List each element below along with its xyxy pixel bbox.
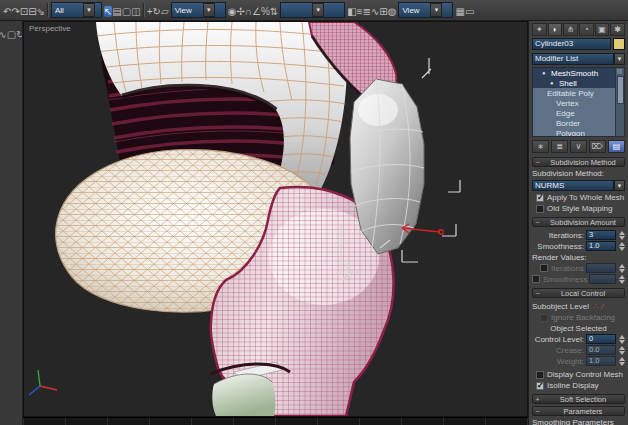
checkbox-unchecked[interactable] xyxy=(536,205,544,213)
vertex-subobject-icon[interactable]: ∴ xyxy=(593,302,598,311)
left-toolbar-icon[interactable]: ∿ xyxy=(0,29,7,40)
left-toolbar-icon[interactable]: ↻ xyxy=(16,29,23,40)
spinner-arrows[interactable] xyxy=(618,231,625,240)
render-smoothness-field[interactable] xyxy=(589,274,616,284)
layer-manager-icon[interactable]: ≣ xyxy=(363,6,371,17)
bulb-icon[interactable]: ● xyxy=(542,68,549,78)
configure-modifier-sets-button[interactable]: ▤ xyxy=(608,140,625,153)
spinner-snap-icon[interactable]: ⇅ xyxy=(270,6,278,17)
selection-filter-dropdown[interactable]: All ▼ xyxy=(51,2,102,18)
hierarchy-tab[interactable]: ⋔ xyxy=(563,23,578,36)
rollout-soft-selection[interactable]: + Soft Selection xyxy=(532,394,625,404)
schematic-view-icon[interactable]: ⊞ xyxy=(379,6,387,17)
old-style-mapping-checkbox[interactable]: Old Style Mapping xyxy=(532,204,625,213)
stack-item-border[interactable]: Border xyxy=(533,118,616,128)
stack-item-polygon[interactable]: Polygon xyxy=(533,128,616,137)
spinner-arrows[interactable] xyxy=(618,357,625,366)
chevron-down-icon[interactable]: ▼ xyxy=(430,3,442,17)
rect-region-icon[interactable]: ▢ xyxy=(122,6,131,17)
object-color-swatch[interactable] xyxy=(613,38,625,50)
checkbox-checked[interactable] xyxy=(536,382,544,390)
spinner-arrows[interactable] xyxy=(618,264,625,273)
rollout-parameters[interactable]: − Parameters xyxy=(532,406,625,416)
pin-stack-button[interactable]: ∗ xyxy=(532,140,549,153)
chevron-down-icon[interactable]: ▼ xyxy=(614,53,625,65)
perspective-viewport[interactable]: Perspective xyxy=(23,21,528,417)
named-selection-dropdown[interactable]: ▼ xyxy=(280,2,345,18)
bulb-icon[interactable]: ● xyxy=(550,78,557,88)
iterations-field[interactable]: 3 xyxy=(586,230,616,240)
percent-snap-icon[interactable]: % xyxy=(261,6,270,17)
modifier-list-dropdown[interactable]: Modifier List ▼ xyxy=(532,53,625,65)
render-iterations-checkbox[interactable] xyxy=(540,264,548,272)
select-link-icon[interactable]: ⊡ xyxy=(20,6,28,17)
chevron-down-icon[interactable]: ▼ xyxy=(614,180,625,191)
bind-spacewarp-icon[interactable]: ⇘ xyxy=(37,6,45,17)
chevron-down-icon[interactable]: ▼ xyxy=(203,3,215,17)
crease-field[interactable]: 0.0 xyxy=(586,345,616,355)
stack-item-editable-poly[interactable]: Editable Poly xyxy=(533,88,616,98)
isoline-display-checkbox[interactable]: Isoline Display xyxy=(532,381,625,390)
expand-icon[interactable]: + xyxy=(533,396,542,403)
collapse-icon[interactable]: − xyxy=(533,159,542,166)
viewport-canvas[interactable] xyxy=(24,22,527,416)
create-tab[interactable]: ✦ xyxy=(532,23,547,36)
mesh-shield[interactable] xyxy=(350,79,424,254)
select-scale-icon[interactable]: ▱ xyxy=(161,6,169,17)
stack-item-vertex[interactable]: Vertex xyxy=(533,98,616,108)
checkbox-unchecked[interactable] xyxy=(540,314,548,322)
show-end-result-button[interactable]: ≣ xyxy=(551,140,568,153)
display-tab[interactable]: ▣ xyxy=(595,23,610,36)
collapse-icon[interactable]: − xyxy=(533,290,542,297)
edge-subobject-icon[interactable]: ∕ xyxy=(602,302,603,311)
subdivision-method-dropdown[interactable]: NURMS ▼ xyxy=(532,180,625,191)
angle-snap-icon[interactable]: ∠ xyxy=(252,6,261,17)
apply-whole-mesh-checkbox[interactable]: Apply To Whole Mesh xyxy=(532,193,625,202)
smoothness-field[interactable]: 1.0 xyxy=(586,241,616,251)
left-toolbar-icon[interactable]: ▢ xyxy=(7,29,16,40)
rollout-local-control[interactable]: − Local Control xyxy=(532,288,625,298)
collapse-icon[interactable]: − xyxy=(533,408,542,415)
render-frame-icon[interactable]: ▭ xyxy=(465,6,474,17)
spinner-arrows[interactable] xyxy=(618,275,625,284)
coordinate-system-dropdown[interactable]: View ▼ xyxy=(171,2,226,18)
spinner-arrows[interactable] xyxy=(618,346,625,355)
render-setup-icon[interactable]: ▦ xyxy=(455,6,464,17)
spinner-arrows[interactable] xyxy=(618,335,625,344)
material-editor-icon[interactable]: ◍ xyxy=(388,6,397,17)
motion-tab[interactable]: ◔ xyxy=(579,23,594,36)
render-smoothness-checkbox[interactable] xyxy=(532,275,540,283)
checkbox-unchecked[interactable] xyxy=(536,371,544,379)
track-bar[interactable] xyxy=(23,417,528,425)
mirror-icon[interactable]: ◧ xyxy=(347,6,356,17)
rollout-subdivision-method[interactable]: − Subdivision Method xyxy=(532,157,625,167)
viewport-label[interactable]: Perspective xyxy=(29,24,71,33)
rollout-subdivision-amount[interactable]: − Subdivision Amount xyxy=(532,217,625,227)
checkbox-checked[interactable] xyxy=(536,194,544,202)
modify-tab[interactable]: ◗ xyxy=(548,23,563,36)
stack-item-edge[interactable]: Edge xyxy=(533,108,616,118)
make-unique-button[interactable]: ∨ xyxy=(570,140,587,153)
weight-field[interactable]: 1.0 xyxy=(586,356,616,366)
remove-modifier-button[interactable]: ⌦ xyxy=(589,140,606,153)
chevron-down-icon[interactable]: ▼ xyxy=(312,3,324,17)
render-iterations-field[interactable] xyxy=(586,263,616,273)
mesh-ankle[interactable] xyxy=(212,374,275,416)
object-name-field[interactable]: Cylinder03 xyxy=(532,38,611,50)
select-manipulate-icon[interactable]: ✢ xyxy=(236,6,244,17)
unlink-icon[interactable]: ⊟ xyxy=(28,6,36,17)
stack-item-meshsmooth[interactable]: ● MeshSmooth xyxy=(533,68,616,78)
select-rotate-icon[interactable]: ↻ xyxy=(153,6,161,17)
spinner-arrows[interactable] xyxy=(618,242,625,251)
stack-item-shell[interactable]: ● Shell xyxy=(533,78,616,88)
display-control-mesh-checkbox[interactable]: Display Control Mesh xyxy=(532,370,625,379)
stack-scrollbar[interactable] xyxy=(615,68,624,136)
select-by-name-icon[interactable]: ▤ xyxy=(112,6,121,17)
view-dropdown[interactable]: View ▼ xyxy=(398,2,453,18)
utilities-tab[interactable]: ✱ xyxy=(610,23,625,36)
control-level-field[interactable]: 0 xyxy=(586,334,616,344)
chevron-down-icon[interactable]: ▼ xyxy=(83,3,95,17)
snap-toggle-icon[interactable]: ∩ xyxy=(245,6,252,17)
window-crossing-icon[interactable]: ◫ xyxy=(131,6,140,17)
collapse-icon[interactable]: − xyxy=(533,219,542,226)
